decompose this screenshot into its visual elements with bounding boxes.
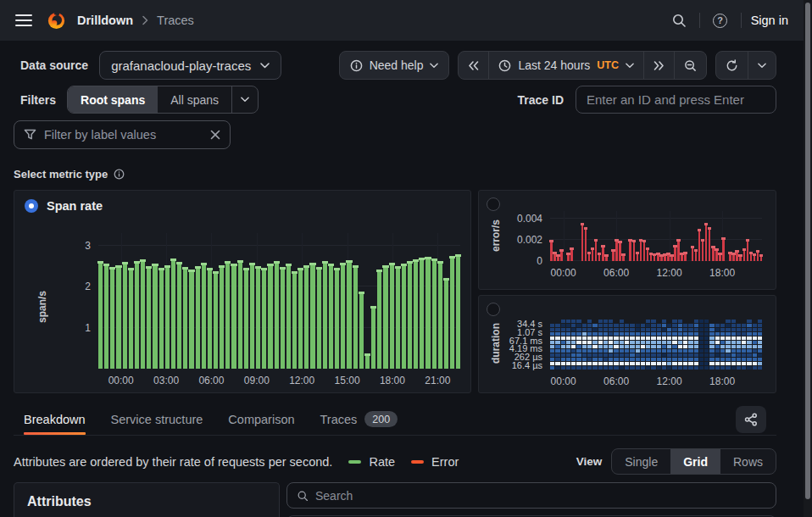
share-button[interactable] (736, 406, 766, 433)
trace-id-label: Trace ID (518, 93, 564, 107)
scrollbar-thumb[interactable] (805, 3, 810, 499)
filters-row: Filters Root spans All spans Trace ID (14, 86, 776, 114)
span-scope-toggle: Root spans All spans (67, 86, 259, 114)
refresh-group (715, 51, 776, 80)
toolbar-row: Data source grafanacloud-play-traces Nee… (14, 51, 776, 80)
view-label: View (576, 455, 603, 468)
label-filter-placeholder: Filter by label values (44, 128, 156, 142)
duration-radio[interactable] (487, 303, 500, 316)
need-help-button[interactable]: Need help (339, 51, 450, 80)
error-rate-panel[interactable]: error/s 00.0020.00400:0006:0012:0018:00 (478, 190, 776, 290)
traces-count-badge: 200 (364, 411, 398, 427)
error-rate-chart: 00.0020.00400:0006:0012:0018:00 (550, 211, 762, 261)
tab-traces[interactable]: Traces 200 (320, 403, 398, 435)
time-shift-forward-button[interactable] (643, 52, 674, 79)
funnel-icon (24, 129, 36, 141)
duration-panel[interactable]: duration 34.4 s1.07 s67.1 ms4.19 ms262 µ… (478, 295, 776, 393)
breadcrumb-page: Traces (157, 14, 194, 27)
timezone-badge: UTC (597, 59, 619, 71)
help-icon[interactable]: ? (709, 9, 731, 31)
chevrons-right-icon (653, 61, 665, 70)
top-nav: Drilldown Traces ? Sign in (0, 0, 812, 41)
span-scope-dropdown[interactable] (231, 86, 258, 113)
view-toggle: Single Grid Rows (611, 448, 776, 475)
label-filter-input[interactable]: Filter by label values (14, 120, 231, 149)
root-spans-option[interactable]: Root spans (68, 86, 158, 113)
data-source-picker[interactable]: grafanacloud-play-traces (99, 51, 281, 80)
bottom-section: Attributes (14, 482, 776, 517)
time-shift-back-button[interactable] (459, 52, 488, 79)
tab-breakdown[interactable]: Breakdown (24, 403, 86, 435)
chevrons-left-icon (468, 61, 479, 70)
chevron-down-icon (758, 63, 766, 69)
breakdown-info-row: Attributes are ordered by their rate of … (14, 448, 776, 475)
chevron-down-icon (430, 63, 438, 69)
span-rate-title: Span rate (47, 199, 103, 213)
chevron-down-icon (260, 63, 270, 69)
span-rate-ylabel: span/s (36, 291, 48, 323)
view-option-rows[interactable]: Rows (720, 449, 776, 474)
refresh-icon (726, 59, 738, 72)
view-option-single[interactable]: Single (612, 449, 670, 474)
clock-icon (498, 59, 511, 72)
metric-type-row: Select metric type (14, 168, 776, 181)
zoom-out-button[interactable] (674, 52, 706, 79)
chevron-down-icon (241, 97, 249, 103)
refresh-button[interactable] (716, 52, 748, 79)
span-rate-radio[interactable] (25, 199, 38, 213)
chevron-down-icon (626, 63, 634, 69)
filters-label: Filters (20, 93, 56, 107)
duration-heatmap: 34.4 s1.07 s67.1 ms4.19 ms262 µs16.4 µs0… (550, 320, 762, 370)
info-icon (350, 59, 363, 72)
attributes-info-text: Attributes are ordered by their rate of … (14, 455, 332, 469)
all-spans-option[interactable]: All spans (158, 86, 231, 113)
refresh-interval-button[interactable] (748, 52, 776, 79)
error-legend-dash (411, 460, 424, 464)
time-range-button[interactable]: Last 24 hours UTC (488, 52, 643, 79)
sign-in-button[interactable]: Sign in (751, 14, 788, 27)
trace-id-input[interactable] (576, 86, 776, 114)
search-icon (297, 490, 309, 502)
error-rate-ylabel: error/s (490, 220, 502, 252)
nav-divider (741, 13, 742, 28)
label-filter-row: Filter by label values (14, 120, 776, 149)
rate-legend-dash (348, 460, 361, 464)
data-source-value: grafanacloud-play-traces (111, 58, 251, 73)
span-rate-chart: 12300:0003:0006:0009:0012:0015:0018:0021… (98, 233, 460, 369)
hamburger-menu-icon[interactable] (12, 10, 36, 31)
clear-filter-icon[interactable] (210, 130, 220, 140)
nav-divider (699, 13, 700, 28)
metric-charts: Span rate span/s 12300:0003:0006:0009:00… (14, 190, 776, 393)
select-metric-type-label: Select metric type (14, 168, 108, 181)
attributes-panel: Attributes (14, 482, 280, 517)
data-source-label: Data source (20, 58, 88, 72)
breadcrumb: Drilldown Traces (77, 14, 194, 27)
grafana-logo[interactable] (47, 11, 66, 31)
info-icon[interactable] (114, 169, 125, 180)
search-icon[interactable] (668, 9, 690, 31)
tab-comparison[interactable]: Comparison (228, 403, 294, 435)
breadcrumb-chevron-icon (142, 15, 148, 25)
legend-rate: Rate (348, 455, 395, 469)
time-picker-group: Last 24 hours UTC (458, 51, 707, 80)
time-range-value: Last 24 hours (518, 58, 590, 72)
attribute-search-input[interactable] (315, 489, 766, 503)
tab-service-structure[interactable]: Service structure (111, 403, 203, 435)
duration-ylabel: duration (490, 323, 502, 364)
attributes-title: Attributes (27, 494, 266, 509)
view-option-grid[interactable]: Grid (670, 449, 720, 474)
scrollbar-track[interactable] (804, 0, 812, 517)
share-icon (744, 413, 758, 426)
attribute-search-box (286, 482, 776, 509)
error-rate-radio[interactable] (487, 197, 500, 211)
breadcrumb-app[interactable]: Drilldown (77, 14, 133, 27)
tab-bar: Breakdown Service structure Comparison T… (14, 403, 776, 436)
span-rate-panel[interactable]: Span rate span/s 12300:0003:0006:0009:00… (14, 190, 471, 393)
legend-error: Error (411, 455, 459, 469)
zoom-out-icon (684, 59, 697, 72)
